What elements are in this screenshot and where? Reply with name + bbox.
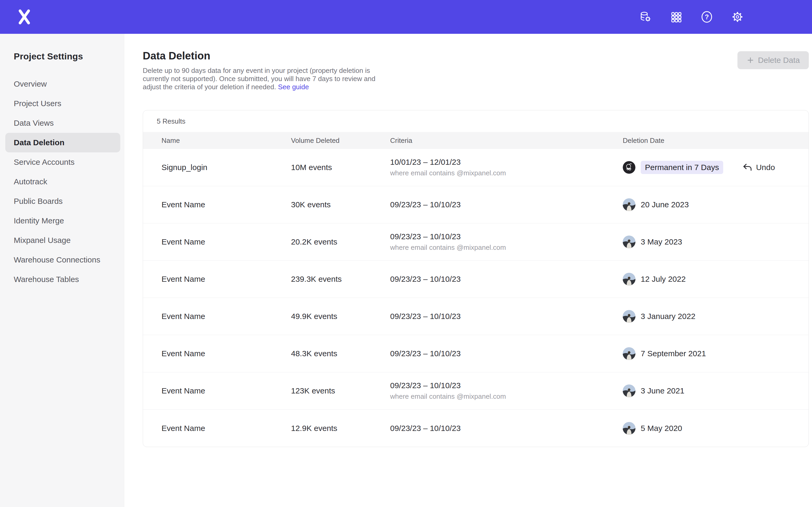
row-volume: 12.9K events (291, 424, 390, 433)
column-header-name: Name (161, 136, 291, 145)
row-volume: 20.2K events (291, 237, 390, 246)
deletion-results-card: 5 Results Name Volume Deleted Criteria D… (143, 110, 809, 447)
row-deletion-date: 3 January 2022 (623, 310, 809, 323)
mixpanel-logo-icon[interactable] (17, 8, 32, 25)
sidebar-item-data-views[interactable]: Data Views (0, 113, 124, 133)
sidebar-title: Project Settings (14, 51, 124, 61)
row-deletion-date: Permanent in 7 Days Undo (623, 161, 809, 174)
row-volume: 10M events (291, 163, 390, 172)
criteria-range: 09/23/23 – 10/10/23 (390, 381, 623, 390)
avatar (623, 347, 636, 360)
topbar-icon-group: ? (639, 0, 744, 34)
row-name: Event Name (161, 200, 291, 209)
criteria-range: 09/23/23 – 10/10/23 (390, 275, 623, 284)
row-criteria: 09/23/23 – 10/10/23 where email contains… (390, 381, 623, 401)
sidebar-item-identity-merge[interactable]: Identity Merge (0, 211, 124, 230)
plus-icon (747, 56, 754, 64)
deletion-date-text: 5 May 2020 (641, 424, 682, 433)
sidebar-item-autotrack[interactable]: Autotrack (0, 172, 124, 191)
sidebar-item-service-accounts[interactable]: Service Accounts (0, 152, 124, 172)
deletion-date-text: 3 January 2022 (641, 312, 696, 321)
criteria-filter: where email contains @mixpanel.com (390, 392, 623, 401)
data-deletion-page: Data Deletion Delete up to 90 days data … (124, 34, 812, 507)
top-navigation-bar: ? (0, 0, 812, 34)
sidebar-item-warehouse-connections[interactable]: Warehouse Connections (0, 250, 124, 270)
project-settings-sidebar: Project Settings Overview Project Users … (0, 34, 124, 507)
undo-icon (742, 162, 752, 172)
table-row: Event Name 30K events 09/23/23 – 10/10/2… (143, 186, 809, 223)
table-row: Event Name 48.3K events 09/23/23 – 10/10… (143, 335, 809, 372)
avatar (623, 198, 636, 211)
table-row: Event Name 49.9K events 09/23/23 – 10/10… (143, 298, 809, 335)
description-line-2: currently not supported). Once submitted… (143, 75, 375, 82)
settings-gear-icon[interactable] (731, 11, 744, 23)
sidebar-item-mixpanel-usage[interactable]: Mixpanel Usage (0, 230, 124, 250)
row-criteria: 09/23/23 – 10/10/23 (390, 275, 623, 284)
avatar (623, 161, 636, 174)
page-title: Data Deletion (143, 49, 812, 62)
deletion-date-text: 12 July 2022 (641, 275, 686, 284)
table-row: Event Name 20.2K events 09/23/23 – 10/10… (143, 223, 809, 261)
row-criteria: 10/01/23 – 12/01/23 where email contains… (390, 158, 623, 177)
row-volume: 30K events (291, 200, 390, 209)
deletion-date-text: 20 June 2023 (641, 200, 689, 209)
sidebar-item-warehouse-tables[interactable]: Warehouse Tables (0, 270, 124, 289)
avatar (623, 235, 636, 248)
avatar (623, 422, 636, 435)
column-header-volume-deleted: Volume Deleted (291, 136, 390, 145)
table-row: Signup_login 10M events 10/01/23 – 12/01… (143, 149, 809, 186)
undo-button[interactable]: Undo (742, 162, 775, 172)
row-criteria: 09/23/23 – 10/10/23 (390, 424, 623, 433)
sidebar-item-data-deletion[interactable]: Data Deletion (5, 133, 120, 152)
deletion-date-text: 7 September 2021 (641, 349, 706, 358)
avatar (623, 385, 636, 397)
row-volume: 48.3K events (291, 349, 390, 358)
row-deletion-date: 3 May 2023 (623, 235, 809, 248)
row-deletion-date: 3 June 2021 (623, 385, 809, 397)
sidebar-item-public-boards[interactable]: Public Boards (0, 191, 124, 211)
row-name: Event Name (161, 312, 291, 321)
deletion-date-text: 3 June 2021 (641, 386, 684, 395)
apps-grid-icon[interactable] (670, 11, 682, 23)
row-name: Event Name (161, 349, 291, 358)
table-row: Event Name 123K events 09/23/23 – 10/10/… (143, 372, 809, 409)
page-description: Delete up to 90 days data for any event … (143, 66, 380, 91)
row-deletion-date: 12 July 2022 (623, 273, 809, 285)
row-volume: 123K events (291, 386, 390, 395)
see-guide-link[interactable]: See guide (278, 83, 309, 91)
criteria-filter: where email contains @mixpanel.com (390, 169, 623, 177)
row-deletion-date: 7 September 2021 (623, 347, 809, 360)
criteria-range: 09/23/23 – 10/10/23 (390, 232, 623, 241)
avatar (623, 273, 636, 285)
permanent-badge: Permanent in 7 Days (641, 161, 723, 174)
description-line-3: adjust the criteria of your deletion if … (143, 83, 276, 91)
row-deletion-date: 20 June 2023 (623, 198, 809, 211)
row-name: Event Name (161, 424, 291, 433)
deletion-date-text: 3 May 2023 (641, 237, 682, 246)
table-header-row: Name Volume Deleted Criteria Deletion Da… (143, 132, 809, 149)
criteria-range: 09/23/23 – 10/10/23 (390, 312, 623, 321)
row-name: Signup_login (161, 163, 291, 172)
column-header-criteria: Criteria (390, 136, 623, 145)
description-line-1: Delete up to 90 days data for any event … (143, 66, 370, 74)
data-management-icon[interactable] (639, 11, 652, 23)
results-count: 5 Results (143, 110, 809, 132)
row-name: Event Name (161, 386, 291, 395)
table-row: Event Name 239.3K events 09/23/23 – 10/1… (143, 261, 809, 298)
criteria-filter: where email contains @mixpanel.com (390, 243, 623, 251)
row-criteria: 09/23/23 – 10/10/23 (390, 200, 623, 209)
sidebar-nav: Overview Project Users Data Views Data D… (0, 74, 124, 289)
row-criteria: 09/23/23 – 10/10/23 (390, 312, 623, 321)
delete-data-button[interactable]: Delete Data (738, 51, 809, 69)
row-criteria: 09/23/23 – 10/10/23 where email contains… (390, 232, 623, 251)
avatar (623, 310, 636, 323)
row-deletion-date: 5 May 2020 (623, 422, 809, 435)
row-criteria: 09/23/23 – 10/10/23 (390, 349, 623, 358)
sidebar-item-overview[interactable]: Overview (0, 74, 124, 94)
delete-data-label: Delete Data (758, 56, 800, 65)
criteria-range: 09/23/23 – 10/10/23 (390, 424, 623, 433)
sidebar-item-project-users[interactable]: Project Users (0, 94, 124, 113)
row-name: Event Name (161, 275, 291, 284)
row-volume: 239.3K events (291, 275, 390, 284)
help-icon[interactable]: ? (701, 11, 713, 23)
